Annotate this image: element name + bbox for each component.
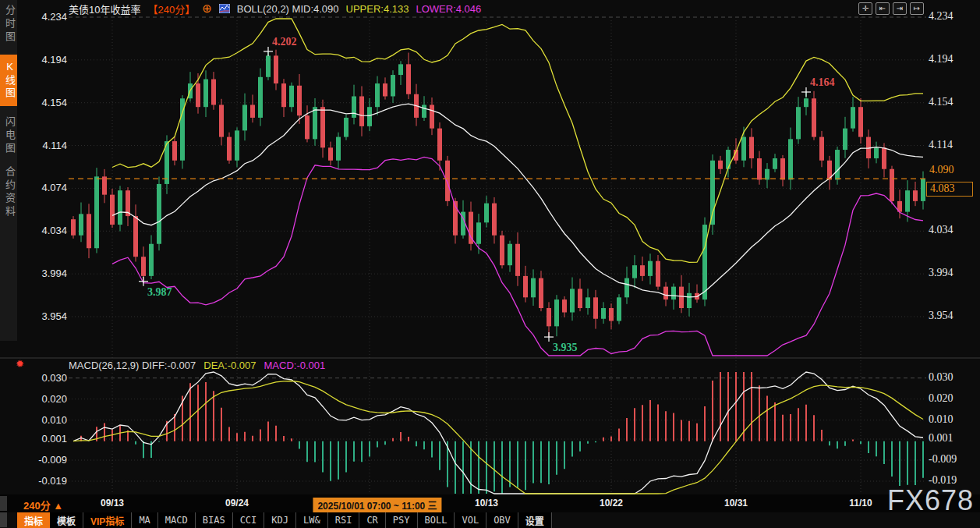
chart-toolbar-icons: ✛⇤⇥↦ <box>858 2 924 15</box>
y-axis-label: 3.954 <box>19 310 67 322</box>
y-axis-label: 4.154 <box>19 97 67 108</box>
macd-axis-label: 0.010 <box>19 414 67 426</box>
y-axis-label-right: 4.154 <box>929 96 977 108</box>
toolbar-item-CCI[interactable]: CCI <box>233 512 265 528</box>
toolbar-item-BIAS[interactable]: BIAS <box>196 512 233 528</box>
scale-right-icon[interactable]: ⇥ <box>893 2 907 15</box>
toolbar-item-KDJ[interactable]: KDJ <box>264 512 296 528</box>
sidebar: 分时图K线图闪电图合约资料 <box>0 0 17 341</box>
date-label: 10/22 <box>600 498 623 509</box>
macd-axis-label: -0.019 <box>19 475 67 487</box>
boll-mid-price-badge: 4.090 <box>928 164 956 176</box>
y-axis-label-right: 4.034 <box>929 224 977 236</box>
crosshair-icon[interactable]: ✛ <box>858 2 872 15</box>
instrument-title: 美债10年收益率 <box>69 2 140 16</box>
last-price-badge: 4.083 <box>926 182 973 197</box>
y-axis-label: 4.114 <box>19 140 67 151</box>
macd-macd-label: MACD:-0.001 <box>264 360 326 371</box>
y-axis-label-right: 3.994 <box>929 267 977 279</box>
toolbar-item-CR[interactable]: CR <box>359 512 385 528</box>
boll-lower-label: LOWER:4.046 <box>416 3 482 15</box>
y-axis-label: 4.074 <box>19 182 67 193</box>
macd-axis-label-right: -0.009 <box>929 453 977 466</box>
price-annotation: 4.202 <box>272 36 297 48</box>
y-axis-label: 4.034 <box>19 225 67 236</box>
toolbar-item-VOL[interactable]: VOL <box>455 512 486 528</box>
macd-header: MACD(26,12,9) DIFF:-0.007 DEA:-0.007 MAC… <box>69 360 325 371</box>
x-axis-row: 240分 ▲ 09/1309/242025/10/01 07:00 ~ 11:0… <box>0 494 980 512</box>
date-label: 09/24 <box>225 498 249 509</box>
toolbar-item-OBV[interactable]: OBV <box>486 512 518 528</box>
boll-label: BOLL(20,2) MID:4.090 <box>237 3 339 15</box>
y-axis-label-right: 4.194 <box>929 53 977 66</box>
toolbar-item-指标[interactable]: 指标 <box>17 512 50 528</box>
sidebar-tab-2[interactable]: K线图 <box>0 55 17 106</box>
y-axis-label-right: 4.114 <box>929 139 977 151</box>
toolbar-item-MA[interactable]: MA <box>132 512 157 528</box>
price-annotation: 3.935 <box>553 342 578 353</box>
current-bar-time-label: 2025/10/01 07:00 ~ 11:00 三 <box>313 498 441 512</box>
date-label: 10/13 <box>475 498 498 509</box>
y-axis-label-right: 3.954 <box>929 310 977 322</box>
date-label: 09/13 <box>101 498 124 509</box>
toolbar-item-BOLL[interactable]: BOLL <box>418 512 455 528</box>
y-axis-label: 3.994 <box>19 268 67 279</box>
scale-left-icon[interactable]: ⇤ <box>876 2 890 15</box>
macd-name: MACD(26,12,9) DIFF:-0.007 <box>69 360 196 371</box>
date-label: 10/31 <box>724 498 748 509</box>
corner-handle[interactable] <box>0 496 7 511</box>
indicator-toolbar: 指标模板VIP指标MAMACDBIASCCIKDJLW&RSICRPSYBOLL… <box>17 512 552 528</box>
y-axis-label: 4.194 <box>19 54 67 66</box>
plus-circle-icon[interactable]: ⊕ <box>202 3 212 14</box>
corner-handle[interactable] <box>0 512 7 527</box>
macd-axis-label: 0.030 <box>19 372 67 384</box>
macd-axis-label: 0.020 <box>19 393 67 405</box>
watermark: FX678 <box>887 484 974 517</box>
date-label: 11/10 <box>849 498 872 509</box>
sidebar-tab-4[interactable]: 合约资料 <box>0 166 17 219</box>
macd-axis-label-right: 0.010 <box>929 413 977 426</box>
toolbar-item-RSI[interactable]: RSI <box>328 512 360 528</box>
macd-axis-label: 0.001 <box>19 433 67 445</box>
toolbar-item-LW&[interactable]: LW& <box>296 512 328 528</box>
chart-window: 美债10年收益率 【240分】 ⊕ BOLL(20,2) MID:4.090 U… <box>0 0 980 528</box>
macd-dea-label: DEA:-0.007 <box>203 360 256 371</box>
sidebar-tab-1[interactable]: 分时图 <box>0 5 17 44</box>
toolbar-item-PSY[interactable]: PSY <box>386 512 418 528</box>
toolbar-item-MACD[interactable]: MACD <box>158 512 196 528</box>
toolbar-item-设置[interactable]: 设置 <box>518 512 552 528</box>
price-annotation: 3.987 <box>147 286 172 298</box>
mini-chart-icon[interactable] <box>219 4 230 13</box>
sidebar-tab-3[interactable]: 闪电图 <box>0 116 17 156</box>
macd-axis-label-right: 0.001 <box>929 432 977 445</box>
macd-axis-label-right: 0.030 <box>929 371 977 384</box>
price-annotation: 4.164 <box>810 76 835 88</box>
toolbar-item-模板[interactable]: 模板 <box>50 512 83 528</box>
macd-axis-label: -0.009 <box>19 454 67 466</box>
chart-header: 美债10年收益率 【240分】 ⊕ BOLL(20,2) MID:4.090 U… <box>0 0 980 17</box>
boll-upper-label: UPPER:4.133 <box>346 3 409 15</box>
pan-right-icon[interactable]: ↦ <box>910 2 924 15</box>
period-indicator[interactable]: 240分 ▲ <box>23 498 63 512</box>
toolbar-item-VIP指标[interactable]: VIP指标 <box>83 512 132 528</box>
macd-axis-label-right: 0.020 <box>929 392 977 405</box>
chart-canvas[interactable]: 3.9874.2023.9354.164 <box>0 0 980 528</box>
burst-icon[interactable]: ✹ <box>16 358 24 370</box>
period-tag: 【240分】 <box>147 2 195 16</box>
